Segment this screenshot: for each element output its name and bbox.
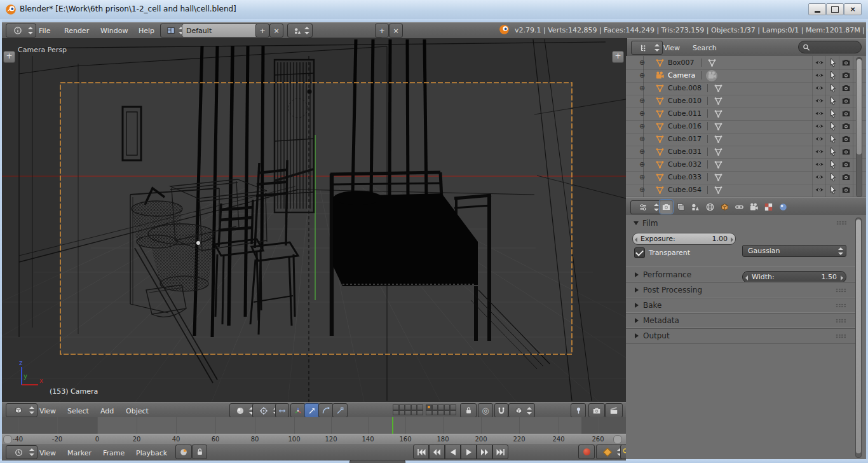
menu-outliner-view[interactable]: View	[660, 42, 684, 54]
menu-timeline-view[interactable]: View	[36, 447, 60, 459]
layers-grid-2[interactable]	[426, 404, 456, 415]
tab-object-data[interactable]	[747, 200, 761, 214]
lock-to-scene-toggle[interactable]	[460, 403, 477, 418]
cursor-icon[interactable]	[828, 160, 837, 169]
next-keyframe-button[interactable]	[477, 445, 492, 459]
opengl-render-button[interactable]	[588, 403, 605, 418]
eye-icon[interactable]	[815, 160, 824, 169]
eye-icon[interactable]	[815, 58, 824, 67]
outliner-item-cube008[interactable]: ⊕ Cube.008	[626, 82, 866, 95]
expand-icon[interactable]: ⊕	[639, 59, 645, 67]
tab-world[interactable]	[703, 200, 717, 214]
prev-keyframe-button[interactable]	[429, 445, 445, 459]
camera-render-icon[interactable]	[841, 147, 851, 156]
outliner-item-cube011[interactable]: ⊕ Cube.011	[626, 107, 866, 121]
camera-render-icon[interactable]	[841, 71, 851, 80]
play-button[interactable]	[461, 445, 477, 459]
menu-timeline-marker[interactable]: Marker	[64, 447, 95, 459]
camera-render-icon[interactable]	[841, 172, 851, 182]
cursor-icon[interactable]	[828, 109, 837, 118]
outliner-scrollbar-thumb[interactable]	[856, 59, 862, 155]
menu-view3d-view[interactable]: View	[36, 405, 60, 417]
lock-time-toggle[interactable]	[192, 445, 207, 459]
manipulator-axis-toggle[interactable]	[290, 403, 306, 418]
manipulator-translate-toggle[interactable]	[304, 403, 320, 418]
cursor-icon[interactable]	[828, 71, 837, 80]
manipulator-rotate-toggle[interactable]	[318, 403, 334, 418]
panel-drag-grip[interactable]	[836, 288, 846, 293]
outliner-item-box007[interactable]: ⊕ Box007	[626, 57, 866, 70]
eye-icon[interactable]	[815, 109, 824, 118]
outliner-item-cube010[interactable]: ⊕ Cube.010	[626, 95, 866, 108]
layers-grid-1[interactable]	[393, 404, 423, 415]
expand-icon[interactable]: ⊕	[639, 84, 645, 92]
add-layout-button[interactable]: +	[255, 24, 269, 38]
close-button[interactable]: ×	[844, 3, 862, 15]
menu-timeline-playback[interactable]: Playback	[132, 447, 171, 459]
menu-outliner-search[interactable]: Search	[689, 42, 721, 54]
manipulate-center-points-toggle[interactable]	[275, 403, 289, 418]
panel-post-processing[interactable]: Post Processing	[626, 282, 855, 298]
menu-timeline-frame[interactable]: Frame	[99, 447, 128, 459]
editor-type-properties-button[interactable]	[630, 200, 662, 214]
eye-icon[interactable]	[815, 83, 824, 93]
expand-icon[interactable]: ⊕	[639, 173, 645, 181]
film-panel-header[interactable]: Film	[634, 219, 658, 228]
outliner-search-box[interactable]	[798, 41, 862, 53]
jump-to-end-button[interactable]	[492, 445, 508, 459]
opengl-render-anim-button[interactable]	[605, 403, 623, 418]
search-input[interactable]	[810, 43, 857, 52]
outliner-item-cube031[interactable]: ⊕ Cube.031	[626, 146, 866, 159]
screen-layout-field[interactable]: Default	[182, 24, 263, 38]
expand-icon[interactable]: ⊕	[639, 122, 645, 130]
eye-icon[interactable]	[815, 134, 824, 144]
outliner-item-cube054[interactable]: ⊕ Cube.054	[626, 184, 866, 197]
camera-render-icon[interactable]	[841, 96, 851, 106]
menu-view3d-object[interactable]: Object	[122, 405, 153, 417]
eye-icon[interactable]	[815, 147, 824, 156]
preview-range-toggle[interactable]	[175, 445, 192, 459]
camera-render-icon[interactable]	[841, 121, 851, 131]
tab-texture[interactable]	[762, 200, 775, 214]
snap-toggle[interactable]	[494, 403, 508, 418]
eye-icon[interactable]	[815, 71, 824, 80]
eye-icon[interactable]	[815, 96, 824, 106]
expand-icon[interactable]: ⊕	[639, 135, 645, 143]
outliner-item-cube016[interactable]: ⊕ Cube.016	[626, 120, 866, 134]
tab-physics[interactable]	[776, 200, 790, 214]
cursor-icon[interactable]	[828, 172, 837, 182]
menu-render[interactable]: Render	[60, 25, 93, 37]
cursor-icon[interactable]	[828, 121, 837, 131]
eye-icon[interactable]	[815, 121, 824, 131]
maximize-button[interactable]	[826, 3, 844, 15]
title-bar[interactable]: Blender* [E:\Work\6th prison\1-2_cell an…	[0, 0, 868, 20]
cursor-icon[interactable]	[828, 83, 837, 93]
panel-drag-grip[interactable]	[836, 319, 846, 323]
menu-view3d-add[interactable]: Add	[97, 405, 118, 417]
minimize-button[interactable]	[808, 3, 826, 15]
cursor-icon[interactable]	[828, 185, 837, 195]
add-scene-button[interactable]: +	[375, 24, 389, 38]
filter-type-dropdown[interactable]: Gaussian	[742, 245, 846, 257]
editor-type-outliner-button[interactable]	[631, 41, 663, 55]
menu-window[interactable]: Window	[97, 25, 132, 37]
tab-render-layers[interactable]	[674, 200, 688, 214]
menu-file[interactable]: File	[35, 25, 54, 37]
viewport-3d[interactable]: Camera Persp (153) Camera z y x	[2, 38, 626, 402]
camera-render-icon[interactable]	[841, 160, 851, 169]
auto-keyframe-record-button[interactable]	[578, 445, 595, 459]
current-frame-indicator[interactable]	[392, 417, 393, 434]
outliner-item-cube033[interactable]: ⊕ Cube.033	[626, 171, 866, 184]
panel-drag-grip[interactable]	[836, 334, 846, 338]
panel-output[interactable]: Output	[626, 328, 855, 344]
outliner-item-camera[interactable]: ⊕ Camera	[626, 69, 866, 83]
play-reverse-button[interactable]	[445, 445, 461, 459]
tab-scene[interactable]	[689, 200, 702, 214]
camera-render-icon[interactable]	[841, 58, 851, 67]
editor-type-info-button[interactable]	[6, 24, 36, 38]
expand-icon[interactable]: ⊕	[639, 97, 645, 105]
outliner-item-cube017[interactable]: ⊕ Cube.017	[626, 133, 866, 146]
delete-scene-button[interactable]: ×	[389, 24, 403, 38]
snap-element-dropdown[interactable]	[508, 403, 535, 418]
cursor-icon[interactable]	[828, 147, 837, 156]
